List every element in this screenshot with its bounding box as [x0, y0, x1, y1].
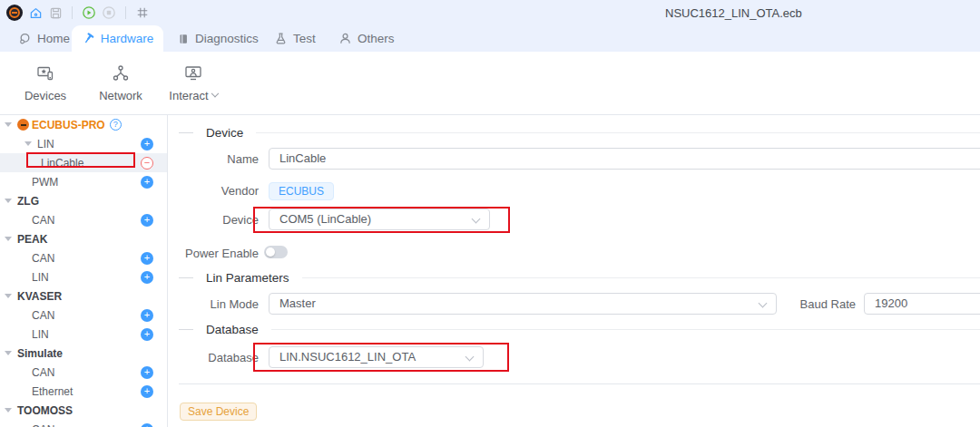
- database-label: Database: [168, 351, 259, 364]
- tree-item-ethernet[interactable]: Ethernet+: [0, 382, 167, 401]
- power-enable-toggle[interactable]: [264, 246, 288, 258]
- remove-node-icon[interactable]: −: [141, 157, 153, 170]
- devices-button[interactable]: Devices: [16, 52, 74, 114]
- save-device-button[interactable]: Save Device: [180, 403, 257, 421]
- tab-home[interactable]: Home: [18, 25, 70, 52]
- tree-item-pwm[interactable]: PWM+: [0, 172, 167, 191]
- tree-item-label: CAN: [32, 366, 54, 379]
- vendor-label: Vendor: [168, 184, 259, 198]
- add-node-icon[interactable]: +: [141, 176, 153, 189]
- tree-item-can[interactable]: CAN+: [0, 210, 167, 229]
- diagnostics-tab-icon: [177, 33, 190, 45]
- add-node-icon[interactable]: +: [141, 138, 153, 150]
- section-lin-parameters: Lin Parameters: [179, 270, 980, 285]
- interact-button[interactable]: Interact: [160, 52, 227, 114]
- others-tab-icon: [338, 32, 352, 45]
- tree-item-label: CAN: [32, 252, 54, 265]
- caret-down-icon[interactable]: [5, 294, 12, 298]
- tree-item-label: CAN: [32, 309, 54, 322]
- add-node-icon[interactable]: +: [141, 385, 153, 398]
- add-node-icon[interactable]: +: [141, 271, 153, 284]
- device-config-panel: Device Name LinCable Vendor ECUBUS Devic…: [168, 115, 980, 427]
- chevron-down-icon: [211, 89, 218, 96]
- name-label: Name: [168, 152, 259, 166]
- test-tab-icon: [274, 32, 288, 45]
- interact-icon: [183, 63, 203, 83]
- tree-item-label: TOOMOSS: [17, 404, 73, 417]
- tree-item-label: LIN: [32, 328, 49, 341]
- tree-item-peak[interactable]: PEAK: [0, 229, 167, 248]
- home-icon[interactable]: [28, 5, 43, 20]
- tree-item-can[interactable]: CAN+: [0, 306, 167, 325]
- logo-dash: [21, 124, 26, 126]
- tree-item-lin[interactable]: LIN+: [0, 267, 167, 286]
- tree-item-ecubus-pro[interactable]: ECUBUS-PRO?: [0, 115, 167, 134]
- add-node-icon[interactable]: +: [141, 252, 153, 265]
- caret-down-icon[interactable]: [5, 199, 12, 203]
- tree-item-lin[interactable]: LIN+: [0, 325, 167, 344]
- grid-icon[interactable]: [135, 5, 150, 20]
- chevron-down-icon: [466, 353, 475, 362]
- tree-item-label: KVASER: [17, 290, 62, 303]
- network-button[interactable]: Network: [92, 52, 150, 114]
- add-node-icon[interactable]: +: [141, 309, 153, 322]
- section-device: Device: [179, 125, 980, 140]
- tab-hardware[interactable]: Hardware: [72, 25, 163, 52]
- network-icon: [111, 63, 131, 83]
- tab-others[interactable]: Others: [338, 25, 395, 52]
- main-tabs: Home Hardware Diagnostics Test Others: [0, 25, 980, 52]
- lin-mode-label: Lin Mode: [168, 297, 259, 311]
- run-icon[interactable]: [82, 5, 96, 20]
- caret-down-icon[interactable]: [5, 122, 12, 127]
- vendor-tag: ECUBUS: [269, 182, 334, 200]
- stop-icon[interactable]: [102, 5, 116, 20]
- device-tree: ECUBUS-PRO?LIN+LinCable−PWM+ZLGCAN+PEAKC…: [0, 115, 168, 427]
- tree-item-label: LIN: [37, 138, 54, 150]
- app-logo-icon: [6, 5, 23, 21]
- tree-item-can[interactable]: CAN+: [0, 363, 167, 382]
- hardware-toolbar: Devices Network Interact: [0, 52, 980, 115]
- tree-item-simulate[interactable]: Simulate: [0, 344, 167, 363]
- device-label: Device: [168, 213, 259, 227]
- add-node-icon[interactable]: +: [141, 214, 153, 227]
- add-node-icon[interactable]: +: [141, 366, 153, 379]
- tree-item-label: LIN: [32, 271, 49, 284]
- baud-rate-label: Baud Rate: [765, 297, 856, 311]
- add-node-icon[interactable]: +: [141, 328, 153, 341]
- database-select[interactable]: LIN.NSUC1612_LIN_OTA: [269, 346, 484, 368]
- caret-down-icon[interactable]: [5, 237, 12, 241]
- help-icon[interactable]: ?: [110, 119, 122, 131]
- tab-diagnostics[interactable]: Diagnostics: [177, 25, 259, 52]
- tree-item-lincable[interactable]: LinCable−: [0, 153, 167, 172]
- tab-test[interactable]: Test: [274, 25, 316, 52]
- tree-item-label: Ethernet: [32, 385, 73, 398]
- add-node-icon[interactable]: +: [141, 423, 153, 427]
- tree-item-zlg[interactable]: ZLG: [0, 191, 167, 210]
- hardware-tab-icon: [82, 32, 95, 45]
- device-select[interactable]: COM5 (LinCable): [269, 209, 490, 230]
- tree-item-label: ECUBUS-PRO: [32, 119, 105, 131]
- tree-item-toomoss[interactable]: TOOMOSS: [0, 401, 167, 420]
- caret-down-icon[interactable]: [24, 141, 32, 146]
- save-file-icon[interactable]: [48, 5, 63, 20]
- tree-item-label: PWM: [32, 176, 58, 189]
- form-divider: [179, 383, 980, 384]
- tree-item-label: CAN: [32, 423, 54, 427]
- window-title: NSUC1612_LIN_OTA.ecb: [665, 6, 802, 20]
- tree-item-lin[interactable]: LIN+: [0, 134, 167, 153]
- name-input[interactable]: LinCable: [269, 148, 980, 170]
- caret-down-icon[interactable]: [5, 351, 12, 355]
- toolbar-separator: [125, 6, 126, 19]
- tree-item-label: LinCable: [41, 157, 83, 170]
- tree-item-kvaser[interactable]: KVASER: [0, 286, 167, 306]
- baud-rate-input[interactable]: 19200: [864, 293, 980, 315]
- ecubus-logo-icon: [17, 119, 29, 131]
- tree-item-can[interactable]: CAN+: [0, 248, 167, 267]
- caret-down-icon[interactable]: [5, 408, 12, 412]
- toolbar-separator: [72, 6, 73, 19]
- chevron-down-icon: [472, 215, 481, 224]
- tree-item-can[interactable]: CAN+: [0, 420, 167, 427]
- title-bar: [0, 0, 980, 25]
- lin-mode-select[interactable]: Master: [269, 293, 777, 315]
- tree-item-label: PEAK: [17, 233, 47, 246]
